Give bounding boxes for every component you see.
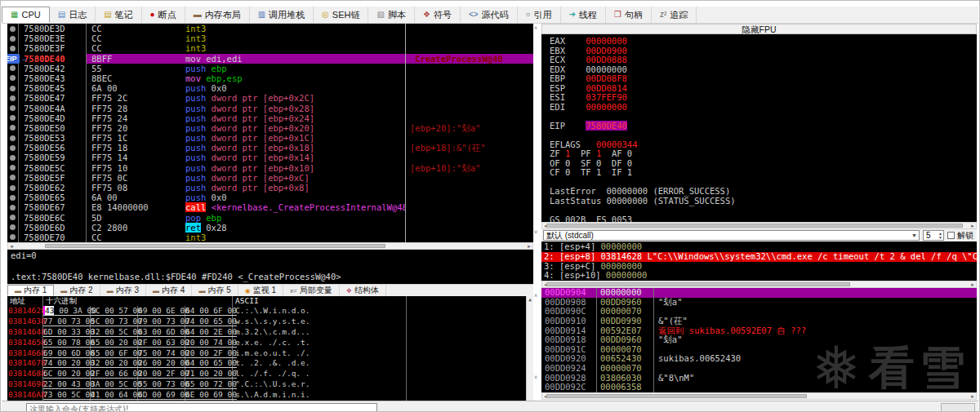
tab-references[interactable]: ○引用 xyxy=(518,7,561,23)
stack-scrollbar-h[interactable]: ◄ ► xyxy=(541,392,977,400)
register-value[interactable]: GS 002B FS 0053 xyxy=(550,215,632,223)
registers-view[interactable]: EAX 00000000EBX 00DD0900ECX 00DD0888EDX … xyxy=(541,34,977,222)
scroll-left-icon[interactable]: ◄ xyxy=(9,243,14,250)
register-value[interactable]: ZF xyxy=(550,148,565,158)
tab-cpu[interactable]: ▦CPU xyxy=(2,7,50,23)
argument-row[interactable]: 1: [esp+4] 00000000 xyxy=(541,242,977,252)
tab-handles[interactable]: ❒句柄 xyxy=(606,7,652,23)
argument-row[interactable]: 3: [esp+C] 00000000 xyxy=(541,262,977,272)
stack-row[interactable]: 00DD092400000070 xyxy=(541,364,977,374)
register-value[interactable]: 00DD0900 xyxy=(586,46,627,55)
breakpoint-bullet[interactable] xyxy=(10,185,16,191)
tab-memory-3[interactable]: ▬内存 3 xyxy=(100,285,146,296)
hide-fpu-button[interactable]: 隐藏FPU xyxy=(541,24,977,34)
tab-script[interactable]: ▧脚本 xyxy=(368,7,414,23)
disasm-row[interactable]: 7580DE47FF75 2Cpush dword ptr [ebp+0x2C] xyxy=(7,93,533,103)
register-value[interactable]: 7580DE40 xyxy=(586,121,627,131)
register-value[interactable]: 00000000 xyxy=(586,36,627,46)
register-value[interactable]: EDX xyxy=(550,64,586,74)
disasm-row[interactable]: 7580DE3FCCint3 xyxy=(7,43,533,53)
breakpoint-bullet[interactable] xyxy=(10,86,16,91)
tab-memory-5[interactable]: ▬内存 5 xyxy=(192,285,238,296)
breakpoint-bullet[interactable] xyxy=(10,234,16,240)
register-value[interactable]: PF xyxy=(570,148,596,158)
breakpoint-bullet[interactable] xyxy=(10,145,16,151)
register-value[interactable]: 00DD08F8 xyxy=(586,73,627,83)
register-value[interactable]: ESI xyxy=(550,92,586,102)
disasm-row[interactable]: 7580DE4255push ebp xyxy=(7,64,533,73)
memory-dump-view[interactable]: 地址 十六进制 ASCII 0381462843 00 3A 005C 00 5… xyxy=(7,296,533,401)
dump-scrollbar-v[interactable]: ▲ xyxy=(526,296,533,401)
command-input[interactable] xyxy=(26,403,377,412)
dump-row[interactable]: 038146486D 00 33 0032 00 5C 0063 00 6D 0… xyxy=(7,327,533,338)
arg-count-spinner[interactable]: 5 ▲▼ xyxy=(923,230,944,241)
register-value[interactable]: LastError 00000000 (ERROR_SUCCESS) xyxy=(550,186,730,196)
breakpoint-bullet[interactable] xyxy=(10,195,16,201)
argument-row[interactable]: 4: [esp+10] 00000000 xyxy=(541,271,977,281)
tab-symbols[interactable]: ❖符号 xyxy=(415,7,461,23)
dump-row[interactable]: 0381463877 00 73 005C 00 73 0079 00 73 0… xyxy=(7,317,533,327)
disasm-row[interactable]: 7580DE438BECmov ebp,esp xyxy=(7,73,533,83)
register-value[interactable]: EBP xyxy=(550,73,586,83)
disasm-row[interactable]: 7580DE4DFF75 24push dword ptr [ebp+0x24] xyxy=(7,113,533,123)
disasm-row[interactable]: 7580DE59FF75 14push dword ptr [ebp+0x14] xyxy=(7,153,533,162)
scroll-right-icon[interactable]: ► xyxy=(970,223,975,229)
stack-row[interactable]: 00DD091800DD0960"刬a" xyxy=(541,335,977,345)
unlock-checkbox[interactable]: 解锁 xyxy=(947,230,975,241)
calling-convention-select[interactable]: 默认 (stdcall) ▼ xyxy=(543,230,920,241)
register-value[interactable]: 00DD0814 xyxy=(586,83,627,93)
arguments-view[interactable]: 1: [esp+4] 000000002: [esp+8] 03814628 L… xyxy=(541,241,977,281)
disasm-row[interactable]: 7580DE53FF75 1Cpush dword ptr [ebp+0x1C] xyxy=(7,133,533,143)
argument-row[interactable]: 2: [esp+8] 03814628 L"C:\\Windows\\syste… xyxy=(541,252,977,262)
panel-splitter[interactable]: ˄ ˅ ˄ ˅ xyxy=(533,24,541,401)
disassembly-view[interactable]: EIP → 7580DE3DCCint37580DE3ECCint37580DE… xyxy=(7,24,533,242)
breakpoint-bullet[interactable] xyxy=(10,105,16,111)
breakpoint-bullet[interactable] xyxy=(10,26,16,32)
breakpoint-bullet[interactable] xyxy=(10,215,16,220)
breakpoint-bullet[interactable] xyxy=(10,46,16,51)
disasm-row[interactable]: 7580DE6C5Dpop ebp xyxy=(7,213,533,223)
stack-row[interactable]: 00DD090400000000 xyxy=(541,288,977,298)
register-value[interactable]: 037FEF90 xyxy=(586,92,627,102)
register-value[interactable]: ESP xyxy=(550,83,586,93)
tab-notes[interactable]: ▤笔记 xyxy=(96,7,141,23)
tab-memory-4[interactable]: ▬内存 4 xyxy=(146,285,192,296)
register-value[interactable]: 00000344 xyxy=(596,140,638,149)
disasm-row[interactable]: 7580DE67E8 14000000call <kernelbase._Cre… xyxy=(7,202,533,212)
disasm-row[interactable]: 7580DE456A 00push 0x0 xyxy=(7,83,533,93)
breakpoint-bullet[interactable] xyxy=(10,224,16,230)
disasm-row[interactable]: 7580DE56FF75 18push dword ptr [ebp+0x18]… xyxy=(7,143,533,153)
dump-row[interactable]: 038146A873 00 5C 0041 00 64 006D 00 69 0… xyxy=(7,390,533,401)
register-value[interactable]: 00000000 xyxy=(586,102,627,112)
tab-struct[interactable]: ❖结构体 xyxy=(340,285,386,296)
breakpoint-bullet[interactable] xyxy=(10,175,16,180)
tab-watch-1[interactable]: ◉监视 1 xyxy=(238,285,283,296)
tab-memory-2[interactable]: ▬内存 2 xyxy=(54,285,100,296)
tab-log[interactable]: ▤日志 xyxy=(50,7,96,23)
spinner-arrows-icon[interactable]: ▲▼ xyxy=(938,232,942,240)
breakpoint-bullet[interactable] xyxy=(10,36,16,42)
tab-threads[interactable]: ➜线程 xyxy=(561,7,606,23)
register-value[interactable]: AF 0 xyxy=(601,148,632,158)
register-value[interactable]: EBX xyxy=(550,46,586,55)
tab-locals[interactable]: x=局部变量 xyxy=(283,285,340,296)
dump-row[interactable]: 0381462843 00 3A 005C 00 57 0069 00 6E 0… xyxy=(7,306,533,317)
dump-row[interactable]: 0381465865 00 78 0065 00 20 002F 00 63 0… xyxy=(7,338,533,348)
disasm-row[interactable]: 7580DE62FF75 08push dword ptr [ebp+0x8] xyxy=(7,183,533,193)
breakpoint-bullet[interactable] xyxy=(10,125,16,131)
tab-seh-chain[interactable]: ◎SEH链 xyxy=(314,7,368,23)
register-value[interactable]: ECX xyxy=(550,55,586,64)
disasm-row[interactable]: 7580DE656A 00push 0x0 xyxy=(7,193,533,202)
breakpoint-bullet[interactable] xyxy=(10,165,16,171)
scroll-thumb[interactable] xyxy=(546,394,807,398)
register-value[interactable]: 00DD0888 xyxy=(586,55,627,64)
tab-memory-1[interactable]: ▬内存 1 xyxy=(7,285,54,296)
dump-row[interactable]: 0381469822 00 43 003A 00 5C 0055 00 73 0… xyxy=(7,379,533,390)
dump-row[interactable]: 038146886C 00 20 002F 00 66 0020 00 2F 0… xyxy=(7,369,533,379)
stack-row[interactable]: 00DD091000DD0990&"(茌" xyxy=(541,317,977,326)
scroll-right-icon[interactable]: ► xyxy=(970,393,975,400)
breakpoint-bullet[interactable] xyxy=(10,75,16,81)
disasm-row[interactable]: 7580DE408BFFmov edi,edi_CreateProcessW@4… xyxy=(7,54,533,64)
disasm-row[interactable]: 7580DE5FFF75 0Cpush dword ptr [ebp+0xC] xyxy=(7,173,533,183)
scroll-thumb[interactable] xyxy=(546,224,963,228)
